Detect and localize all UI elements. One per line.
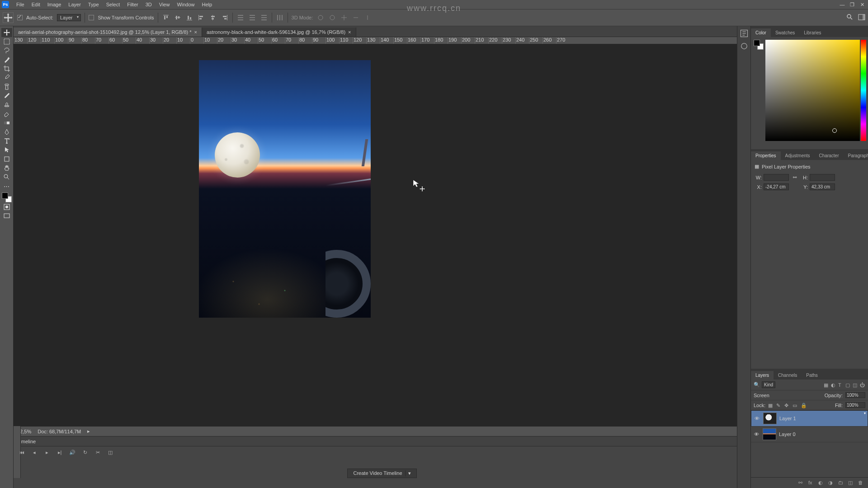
filter-shape-icon[interactable]: ▢ xyxy=(845,382,851,388)
foreground-background-colors[interactable] xyxy=(2,192,12,202)
auto-select-checkbox[interactable] xyxy=(17,15,23,20)
color-fgbg-swatch[interactable] xyxy=(754,40,764,50)
menu-help[interactable]: Help xyxy=(198,1,216,8)
swatches-tab[interactable]: Swatches xyxy=(771,28,799,37)
eraser-tool[interactable] xyxy=(1,109,12,118)
lasso-tool[interactable] xyxy=(1,46,12,55)
close-icon[interactable]: × xyxy=(348,29,351,35)
chevron-down-icon[interactable]: ▾ xyxy=(405,470,411,476)
search-icon[interactable]: 🔍 xyxy=(754,382,760,388)
show-transform-checkbox[interactable] xyxy=(89,15,94,20)
color-field[interactable] xyxy=(765,40,860,141)
quick-mask-icon[interactable] xyxy=(1,202,12,211)
lock-artboard-icon[interactable]: ▭ xyxy=(793,403,798,408)
layer-filter-dropdown[interactable]: Kind xyxy=(762,381,775,388)
opacity-input[interactable] xyxy=(845,392,865,398)
menu-edit[interactable]: Edit xyxy=(28,1,44,8)
hue-slider[interactable] xyxy=(861,40,866,141)
shape-tool[interactable] xyxy=(1,155,12,164)
path-select-tool[interactable] xyxy=(1,145,12,155)
crop-tool[interactable] xyxy=(1,64,12,73)
timeline-split-icon[interactable]: ✂ xyxy=(94,449,101,456)
chevron-right-icon[interactable]: ▸ xyxy=(87,428,90,434)
timeline-first-frame-icon[interactable]: ⏮ xyxy=(18,449,25,456)
timeline-audio-icon[interactable]: 🔊 xyxy=(69,449,76,456)
menu-select[interactable]: Select xyxy=(103,1,124,8)
layer-name[interactable]: Layer 1 xyxy=(779,416,796,421)
layer-group-icon[interactable]: 🗀 xyxy=(838,480,844,486)
filter-pixel-icon[interactable]: ▦ xyxy=(824,382,829,388)
gradient-tool[interactable] xyxy=(1,118,12,127)
layer-thumbnail[interactable] xyxy=(763,413,777,424)
fill-input[interactable] xyxy=(845,402,865,408)
filter-smart-icon[interactable]: ◫ xyxy=(853,382,858,388)
workspace-switcher-icon[interactable] xyxy=(858,14,865,22)
document-info[interactable]: Doc: 68,7M/114,7M xyxy=(38,429,81,434)
healing-brush-tool[interactable] xyxy=(1,82,12,91)
timeline-play-icon[interactable]: ▸ xyxy=(43,449,51,456)
adjustments-tab[interactable]: Adjustments xyxy=(781,151,815,160)
align-bottom-icon[interactable] xyxy=(185,14,193,22)
timeline-loop-icon[interactable]: ↻ xyxy=(81,449,89,456)
brush-panel-icon[interactable] xyxy=(740,42,749,51)
auto-select-target-dropdown[interactable]: Layer xyxy=(57,14,81,21)
canvas-viewport[interactable] xyxy=(14,44,750,426)
align-vcenter-icon[interactable] xyxy=(174,14,182,22)
blend-mode-dropdown[interactable]: Screen xyxy=(754,393,794,398)
hand-tool[interactable] xyxy=(1,164,12,173)
libraries-tab[interactable]: Libraries xyxy=(799,28,826,37)
window-close-icon[interactable]: ✕ xyxy=(858,1,866,8)
screen-mode-icon[interactable] xyxy=(1,211,12,221)
magic-wand-tool[interactable] xyxy=(1,55,12,64)
canvas[interactable] xyxy=(199,60,371,318)
layer-item[interactable]: 👁 Layer 0 xyxy=(751,427,868,442)
close-icon[interactable]: × xyxy=(194,29,197,35)
filter-toggle-icon[interactable]: ⏻ xyxy=(860,382,865,388)
window-minimize-icon[interactable]: — xyxy=(838,1,846,8)
delete-layer-icon[interactable]: 🗑 xyxy=(858,480,864,486)
menu-file[interactable]: File xyxy=(13,1,28,8)
color-tab[interactable]: Color xyxy=(751,28,771,37)
document-tab-2[interactable]: astronomy-black-and-white-dark-596134.jp… xyxy=(202,28,356,37)
link-layers-icon[interactable]: ⚯ xyxy=(798,480,805,486)
layer-fx-icon[interactable]: fx xyxy=(808,480,815,486)
pen-tool[interactable] xyxy=(1,127,12,136)
document-tab-1[interactable]: aerial-aerial-photography-aerial-shot-15… xyxy=(14,28,202,37)
layer-name[interactable]: Layer 0 xyxy=(779,432,796,437)
lock-position-icon[interactable]: ✥ xyxy=(784,403,790,408)
height-input[interactable] xyxy=(810,174,835,181)
timeline-transition-icon[interactable]: ◫ xyxy=(107,449,114,456)
channels-tab[interactable]: Channels xyxy=(774,371,802,380)
visibility-toggle-icon[interactable]: 👁 xyxy=(753,415,760,422)
create-video-timeline-button[interactable]: Create Video Timeline▾ xyxy=(347,469,416,478)
move-tool[interactable] xyxy=(1,28,12,37)
menu-view[interactable]: View xyxy=(156,1,174,8)
menu-type[interactable]: Type xyxy=(85,1,103,8)
align-right-icon[interactable] xyxy=(221,14,229,22)
paragraph-tab[interactable]: Paragraph xyxy=(844,151,868,160)
distribute-vcenter-icon[interactable] xyxy=(248,14,256,22)
link-dimensions-icon[interactable]: ⚯ xyxy=(791,175,799,180)
new-layer-icon[interactable]: ◫ xyxy=(848,480,854,486)
menu-layer[interactable]: Layer xyxy=(65,1,85,8)
eyedropper-tool[interactable] xyxy=(1,73,12,82)
lock-pixels-icon[interactable]: ✎ xyxy=(776,403,782,408)
type-tool[interactable] xyxy=(1,136,12,145)
edit-toolbar-icon[interactable]: ⋯ xyxy=(1,182,12,191)
filter-adjustment-icon[interactable]: ◐ xyxy=(831,382,836,388)
timeline-prev-frame-icon[interactable]: ◂ xyxy=(31,449,38,456)
menu-window[interactable]: Window xyxy=(173,1,198,8)
window-restore-icon[interactable]: ❐ xyxy=(848,1,856,8)
timeline-next-frame-icon[interactable]: ▸| xyxy=(56,449,63,456)
brush-tool[interactable] xyxy=(1,91,12,100)
align-left-icon[interactable] xyxy=(197,14,205,22)
y-input[interactable] xyxy=(810,183,835,190)
clone-stamp-tool[interactable] xyxy=(1,100,12,109)
lock-transparency-icon[interactable]: ▦ xyxy=(768,403,774,408)
layer-thumbnail[interactable] xyxy=(763,428,776,440)
distribute-left-icon[interactable] xyxy=(276,14,284,22)
character-tab[interactable]: Character xyxy=(815,151,844,160)
zoom-tool[interactable] xyxy=(1,173,12,182)
layer-item[interactable]: 👁 Layer 1 xyxy=(751,410,868,427)
x-input[interactable] xyxy=(764,183,789,190)
